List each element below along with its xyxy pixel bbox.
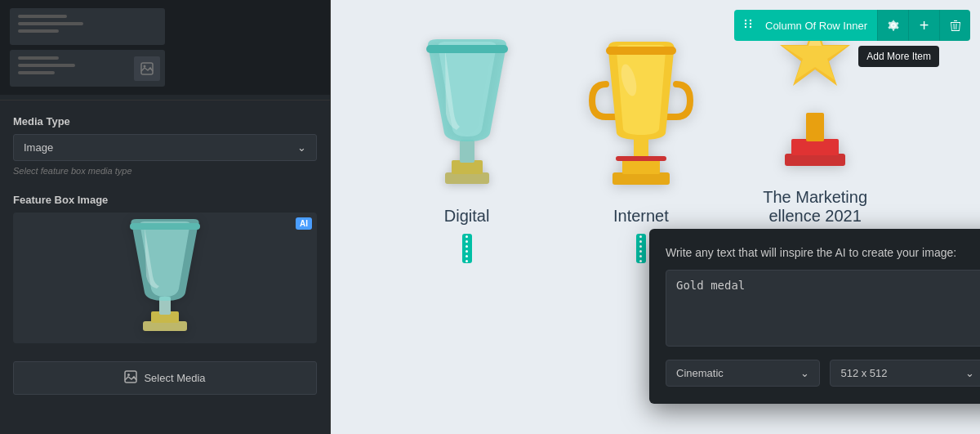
thumb-line [18, 15, 67, 18]
thumb-line [18, 71, 55, 74]
media-type-label: Media Type [13, 115, 317, 128]
chevron-down-icon: ⌄ [965, 367, 974, 379]
modal-title: Write any text that will inspire the AI … [666, 246, 956, 259]
style-dropdown[interactable]: Cinematic ⌄ [666, 360, 820, 387]
select-media-button[interactable]: Select Media [13, 361, 317, 395]
svg-point-8 [745, 20, 746, 21]
thumb-line [18, 22, 83, 25]
modal-textarea-container: ⏰ ⋱ [666, 270, 980, 347]
svg-point-7 [127, 374, 130, 376]
thumb-1[interactable] [10, 8, 165, 45]
divider [0, 100, 330, 101]
drag-handle-2[interactable] [636, 234, 646, 263]
toolbar-label: Column Of Row Inner [762, 20, 877, 32]
media-type-dropdown[interactable]: Image ⌄ [13, 134, 317, 161]
thumb-line [18, 29, 59, 33]
thumb-image-placeholder [134, 56, 160, 81]
thumb-line [18, 56, 59, 60]
toolbar-gear-button[interactable] [877, 10, 908, 41]
toolbar-pill: Column Of Row Inner + Add More Item [734, 10, 970, 41]
svg-point-11 [750, 23, 751, 25]
top-toolbar: Column Of Row Inner + Add More Item [734, 10, 970, 41]
svg-point-10 [745, 23, 746, 25]
svg-rect-22 [606, 47, 676, 55]
toolbar-add-button[interactable]: + Add More Item [908, 10, 939, 41]
plus-icon: + [920, 17, 929, 34]
ai-prompt-input[interactable] [666, 271, 980, 342]
svg-rect-17 [426, 45, 508, 53]
ai-modal: Write any text that will inspire the AI … [649, 229, 980, 404]
svg-rect-18 [612, 172, 670, 185]
size-value: 512 x 512 [840, 367, 887, 379]
move-handle[interactable] [734, 18, 762, 33]
svg-point-13 [750, 26, 751, 28]
svg-point-9 [750, 20, 751, 21]
thumb-2[interactable] [10, 50, 165, 87]
trophy-preview-svg [13, 213, 317, 343]
svg-rect-23 [616, 156, 666, 161]
style-value: Cinematic [676, 367, 724, 379]
modal-controls-row: Cinematic ⌄ 512 x 512 ⌄ Generate Image [666, 358, 980, 387]
svg-rect-24 [785, 154, 845, 166]
template-thumbnails [0, 0, 330, 95]
media-type-hint: Select feature box media type [13, 166, 317, 176]
thumb-line [18, 64, 75, 67]
svg-point-1 [144, 65, 146, 67]
select-media-icon [124, 370, 137, 386]
size-dropdown[interactable]: 512 x 512 ⌄ [830, 360, 980, 387]
feature-box-image-section: Feature Box Image AI [0, 186, 330, 351]
trophy-label-1: Digital [444, 207, 490, 226]
feature-box-label: Feature Box Image [13, 194, 317, 206]
media-type-value: Image [24, 141, 53, 154]
trophy-item-1: Digital [402, 35, 532, 263]
select-media-label: Select Media [144, 372, 205, 384]
media-type-section: Media Type Image ⌄ Select feature box me… [0, 105, 330, 186]
trophy-label-2: Internet [613, 207, 669, 226]
image-preview: AI [13, 213, 317, 343]
modal-header: Write any text that will inspire the AI … [666, 245, 980, 260]
svg-point-12 [745, 26, 746, 28]
left-panel: Media Type Image ⌄ Select feature box me… [0, 0, 331, 434]
right-area: Column Of Row Inner + Add More Item [331, 0, 980, 434]
trophy-label-3: The Marketingellence 2021 [763, 188, 867, 226]
add-more-tooltip: Add More Item [858, 46, 939, 67]
ai-badge: AI [296, 217, 312, 230]
drag-handle-1[interactable] [462, 234, 472, 263]
toolbar-delete-button[interactable] [939, 10, 970, 41]
svg-rect-16 [460, 140, 474, 163]
svg-rect-26 [806, 113, 824, 141]
chevron-down-icon: ⌄ [297, 141, 306, 154]
svg-rect-5 [130, 223, 200, 230]
svg-rect-14 [445, 172, 489, 184]
chevron-down-icon: ⌄ [800, 367, 809, 379]
